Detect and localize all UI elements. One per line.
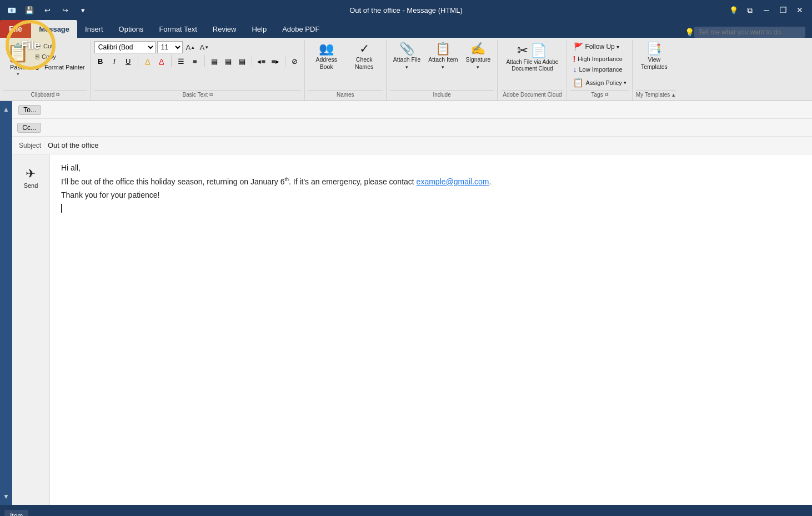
low-importance-label: Low Importance (579, 66, 622, 73)
underline-button[interactable]: U (122, 55, 134, 67)
indent-dec-button[interactable]: ◂≡ (255, 55, 268, 67)
font-color-button[interactable]: A (156, 55, 168, 67)
send-label: Send (24, 182, 38, 189)
save-icon[interactable]: 💾 (22, 3, 37, 17)
align-right-button[interactable]: ▤ (236, 55, 248, 67)
cc-button-container: Cc... (12, 123, 46, 133)
basic-text-group: Calibri (Bod 11 A▲ A▼ B I U A A ☰ (91, 40, 305, 101)
tags-group: 🚩 Follow Up ▾ ! High Importance ↓ Low Im… (567, 40, 632, 101)
low-importance-button[interactable]: ↓ Low Importance (570, 64, 628, 74)
body-email-link[interactable]: example@gmail.com (417, 177, 489, 186)
numbering-button[interactable]: ≡ (189, 55, 201, 67)
to-button[interactable]: To... (18, 105, 41, 115)
copy-button[interactable]: ⎘ Copy (33, 52, 87, 62)
include-group-content: 📎 Attach File ▾ 📋 Attach Item ▾ ✍ Signat… (390, 41, 494, 89)
tab-adobe-pdf[interactable]: Adobe PDF (274, 20, 327, 38)
clipboard-expand-icon[interactable]: ⧉ (56, 92, 59, 98)
left-nav-col: ▲ ▼ (0, 101, 12, 505)
view-templates-icon: 📑 (646, 43, 661, 55)
view-templates-button[interactable]: 📑 View Templates (636, 41, 673, 72)
follow-up-chevron: ▾ (616, 44, 619, 50)
nav-arrow-down[interactable]: ▼ (3, 493, 9, 500)
attach-item-label: Attach Item (428, 56, 458, 63)
font-grow-button[interactable]: A▲ (184, 41, 197, 53)
restore-button[interactable]: ❐ (775, 2, 791, 18)
bold-button[interactable]: B (94, 55, 107, 67)
basic-text-expand-icon[interactable]: ⧉ (209, 92, 213, 98)
font-family-select[interactable]: Calibri (Bod (94, 41, 156, 53)
dropdown-icon[interactable]: ▾ (76, 3, 90, 17)
layout-button[interactable]: ⧉ (742, 2, 758, 18)
window-title: Out of the office - Message (HTML) (0, 6, 812, 14)
cc-button[interactable]: Cc... (17, 123, 41, 133)
align-left-button[interactable]: ▤ (208, 55, 220, 67)
bullets-button[interactable]: ☰ (175, 55, 187, 67)
main-area: ▲ ▼ To... Cc... Subject (0, 101, 812, 505)
attach-via-adobe-button[interactable]: ✂ 📄 Attach File via Adobe Document Cloud (501, 41, 563, 74)
clipboard-label: Clipboard ⧉ (3, 90, 87, 99)
tab-help[interactable]: Help (244, 20, 274, 38)
address-book-label: Address Book (312, 56, 342, 70)
to-field-row: To... (12, 101, 812, 119)
tab-options[interactable]: Options (111, 20, 152, 38)
font-size-select[interactable]: 11 (157, 41, 183, 53)
subject-input[interactable] (46, 141, 812, 149)
tab-file[interactable]: File (0, 20, 31, 38)
adobe-label: Adobe Document Cloud (501, 90, 563, 99)
assign-policy-button[interactable]: 📋 Assign Policy ▾ (570, 76, 628, 89)
my-templates-scroll-up[interactable]: ▲ (671, 92, 676, 98)
cut-button[interactable]: ✂ Cut (33, 41, 87, 51)
my-templates-label: My Templates ▲ (636, 90, 676, 99)
high-importance-button[interactable]: ! High Importance (570, 54, 628, 64)
cc-input[interactable] (46, 123, 812, 132)
indent-inc-button[interactable]: ≡▸ (269, 55, 282, 67)
tell-me-input[interactable] (694, 27, 805, 38)
check-names-button[interactable]: ✓ Check Names (346, 41, 383, 72)
paste-icon: 📋 (7, 42, 29, 63)
send-button[interactable]: ✈ Send (18, 163, 44, 192)
cut-icon: ✂ (36, 42, 41, 50)
ribbon-body: 📋 Paste ▾ ✂ Cut ⎘ Copy 🖌 Format Painter (0, 38, 812, 101)
undo-icon[interactable]: ↩ (40, 3, 54, 17)
attach-file-button[interactable]: 📎 Attach File ▾ (390, 41, 424, 72)
address-book-button[interactable]: 👥 Address Book (308, 41, 345, 72)
to-input[interactable] (46, 106, 812, 114)
tab-format-text[interactable]: Format Text (151, 20, 204, 38)
body-line1: Hi all, (61, 163, 801, 172)
compose-body[interactable]: Hi all, I'll be out of the office this h… (50, 154, 812, 505)
attach-via-adobe-label: Attach File via Adobe Document Cloud (504, 59, 560, 72)
tab-review[interactable]: Review (205, 20, 244, 38)
nav-arrow-up[interactable]: ▲ (3, 106, 9, 113)
bottom-bar: Item (0, 505, 812, 516)
clipboard-group: 📋 Paste ▾ ✂ Cut ⎘ Copy 🖌 Format Painter (0, 40, 91, 101)
align-center-button[interactable]: ▤ (222, 55, 234, 67)
close-button[interactable]: ✕ (792, 2, 808, 18)
minimize-button[interactable]: ─ (759, 2, 774, 18)
tab-message[interactable]: Message (31, 20, 77, 38)
format-painter-button[interactable]: 🖌 Format Painter (33, 62, 87, 72)
adobe-file-icon: 📄 (530, 43, 547, 58)
taskbar-item[interactable]: Item (4, 510, 28, 516)
signature-button[interactable]: ✍ Signature ▾ (462, 41, 494, 72)
italic-button[interactable]: I (108, 55, 121, 67)
tab-insert[interactable]: Insert (77, 20, 111, 38)
names-group-content: 👥 Address Book ✓ Check Names (308, 41, 383, 89)
signature-label: Signature (465, 56, 490, 63)
font-row-1: Calibri (Bod 11 A▲ A▼ (94, 41, 301, 53)
app-icon: 📧 (4, 3, 19, 17)
paste-button[interactable]: 📋 Paste ▾ (3, 41, 32, 78)
title-bar-left: 📧 💾 ↩ ↪ ▾ (4, 3, 90, 17)
highlight-button[interactable]: A (142, 55, 154, 67)
basic-text-content: Calibri (Bod 11 A▲ A▼ B I U A A ☰ (94, 41, 301, 89)
to-button-container: To... (12, 105, 46, 115)
subject-field-row: Subject (12, 137, 812, 154)
font-shrink-button[interactable]: A▼ (198, 41, 210, 53)
attach-file-label: Attach File (393, 56, 421, 63)
redo-icon[interactable]: ↪ (58, 3, 72, 17)
clear-format-button[interactable]: ⊘ (289, 55, 301, 67)
follow-up-button[interactable]: 🚩 Follow Up ▾ (570, 41, 628, 52)
attach-item-button[interactable]: 📋 Attach Item ▾ (425, 41, 461, 72)
copy-icon: ⎘ (36, 53, 39, 61)
tags-expand-icon[interactable]: ⧉ (605, 92, 608, 98)
my-templates-group: 📑 View Templates My Templates ▲ (633, 40, 679, 101)
